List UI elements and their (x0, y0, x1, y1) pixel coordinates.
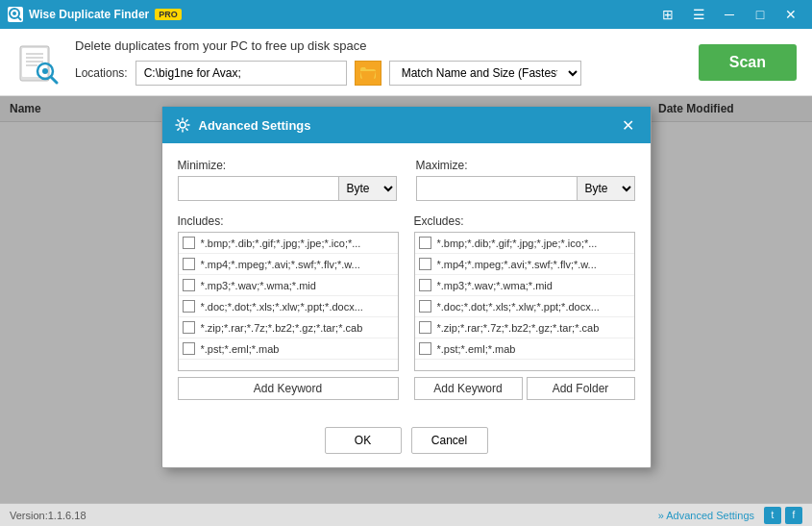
list-item[interactable]: *.bmp;*.dib;*.gif;*.jpg;*.jpe;*.ico;*... (179, 233, 398, 254)
header-icon (15, 39, 62, 86)
file-item-text: *.pst;*.eml;*.mab (201, 343, 280, 355)
list-item[interactable]: *.pst;*.eml;*.mab (179, 338, 398, 360)
list-item[interactable]: *.zip;*.rar;*.7z;*.bz2;*.gz;*.tar;*.cab (179, 317, 398, 338)
modal-title-row: Advanced Settings (174, 116, 311, 134)
list-item[interactable]: *.mp3;*.wav;*.wma;*.mid (179, 275, 398, 296)
advanced-settings-modal: Advanced Settings ✕ Minimize: Byte KB (161, 106, 652, 468)
maximize-label: Maximize: (416, 159, 635, 172)
modal-close-button[interactable]: ✕ (618, 114, 639, 136)
header-row: Locations: Match Name and Size (Fastest)… (75, 61, 677, 86)
file-item-text: *.mp3;*.wav;*.wma;*.mid (201, 280, 316, 291)
excludes-label: Excludes: (414, 214, 635, 228)
list-item[interactable]: *.mp3;*.wav;*.wma;*.mid (415, 275, 634, 296)
minimize-group: Minimize: Byte KB MB GB (178, 159, 397, 201)
maximize-input[interactable] (417, 177, 577, 200)
main-content: Name Date Modified Advanced Settings ✕ (0, 96, 812, 503)
file-item-text: *.doc;*.dot;*.xls;*.xlw;*.ppt;*.docx... (201, 301, 363, 313)
checkbox[interactable] (183, 300, 195, 313)
file-item-text: *.zip;*.rar;*.7z;*.bz2;*.gz;*.tar;*.cab (201, 322, 363, 334)
advanced-settings-link[interactable]: » Advanced Settings (658, 510, 754, 521)
facebook-icon[interactable]: f (785, 507, 802, 524)
list-item[interactable]: *.doc;*.dot;*.xls;*.xlw;*.ppt;*.docx... (179, 296, 398, 317)
file-item-text: *.mp4;*.mpeg;*.avi;*.swf;*.flv;*.w... (201, 259, 360, 270)
file-item-text: *.bmp;*.dib;*.gif;*.jpg;*.jpe;*.ico;*... (201, 238, 361, 249)
status-bar: Version:1.1.6.18 » Advanced Settings t f (0, 503, 812, 526)
version-text: Version:1.1.6.18 (10, 510, 86, 521)
checkbox[interactable] (183, 279, 195, 291)
file-item-text: *.mp3;*.wav;*.wma;*.mid (437, 280, 553, 291)
file-item-text: *.doc;*.dot;*.xls;*.xlw;*.ppt;*.docx... (437, 301, 600, 313)
twitter-icon[interactable]: t (764, 507, 781, 524)
minimize-input[interactable] (179, 177, 338, 200)
checkbox[interactable] (183, 237, 195, 249)
cancel-button[interactable]: Cancel (411, 427, 488, 454)
checkbox[interactable] (419, 237, 431, 249)
maximize-unit-select[interactable]: Byte KB MB GB (577, 177, 634, 200)
app-title: Wise Duplicate Finder (29, 8, 149, 21)
includes-add-keyword-button[interactable]: Add Keyword (178, 377, 399, 400)
social-icons: t f (764, 507, 802, 524)
title-bar: Wise Duplicate Finder PRO ⊞ ☰ ─ □ ✕ (0, 0, 812, 29)
checkbox[interactable] (419, 279, 431, 291)
checkbox[interactable] (419, 258, 431, 270)
includes-list[interactable]: *.bmp;*.dib;*.gif;*.jpg;*.jpe;*.ico;*...… (178, 232, 399, 371)
list-item[interactable]: *.doc;*.dot;*.xls;*.xlw;*.ppt;*.docx... (415, 296, 634, 317)
minimize-unit-select[interactable]: Byte KB MB GB (338, 177, 396, 200)
maximize-button[interactable]: □ (747, 4, 774, 25)
menu-button[interactable]: ☰ (685, 4, 712, 25)
list-item[interactable]: *.mp4;*.mpeg;*.avi;*.swf;*.flv;*.w... (415, 254, 634, 275)
excludes-list[interactable]: *.bmp;*.dib;*.gif;*.jpg;*.jpe;*.ico;*...… (414, 232, 635, 371)
file-item-text: *.zip;*.rar;*.7z;*.bz2;*.gz;*.tar;*.cab (437, 322, 600, 334)
location-label: Locations: (75, 66, 128, 80)
location-input[interactable] (135, 61, 347, 86)
minimize-input-row: Byte KB MB GB (178, 176, 397, 201)
header-content: Delete duplicates from your PC to free u… (75, 38, 677, 86)
checkbox[interactable] (183, 321, 195, 334)
checkbox[interactable] (183, 258, 195, 270)
includes-col: Includes: *.bmp;*.dib;*.gif;*.jpg;*.jpe;… (178, 214, 399, 400)
list-item[interactable]: *.pst;*.eml;*.mab (415, 338, 634, 360)
excludes-add-keyword-button[interactable]: Add Keyword (414, 377, 523, 400)
folder-browse-button[interactable] (355, 61, 381, 86)
grid-button[interactable]: ⊞ (654, 4, 681, 25)
excludes-col: Excludes: *.bmp;*.dib;*.gif;*.jpg;*.jpe;… (414, 214, 635, 400)
header: Delete duplicates from your PC to free u… (0, 29, 812, 96)
excludes-buttons: Add Keyword Add Folder (414, 377, 635, 400)
svg-line-1 (18, 17, 22, 21)
file-item-text: *.bmp;*.dib;*.gif;*.jpg;*.jpe;*.ico;*... (437, 238, 598, 249)
minimize-button[interactable]: ─ (716, 4, 743, 25)
checkbox[interactable] (419, 321, 431, 334)
minmax-row: Minimize: Byte KB MB GB Maximiz (178, 159, 635, 201)
match-select[interactable]: Match Name and Size (Fastest) Match Cont… (389, 61, 581, 86)
svg-point-2 (12, 12, 16, 15)
settings-icon (174, 116, 191, 134)
title-bar-left: Wise Duplicate Finder PRO (8, 7, 182, 22)
svg-point-12 (180, 122, 185, 128)
app-icon (8, 7, 23, 22)
file-item-text: *.mp4;*.mpeg;*.avi;*.swf;*.flv;*.w... (437, 259, 597, 270)
maximize-group: Maximize: Byte KB MB GB (416, 159, 635, 201)
modal-header: Advanced Settings ✕ (162, 107, 651, 143)
scan-button[interactable]: Scan (699, 44, 797, 81)
pro-badge: PRO (155, 9, 182, 20)
list-item[interactable]: *.mp4;*.mpeg;*.avi;*.swf;*.flv;*.w... (179, 254, 398, 275)
close-button[interactable]: ✕ (777, 4, 804, 25)
checkbox[interactable] (419, 342, 431, 355)
excludes-add-folder-button[interactable]: Add Folder (527, 377, 635, 400)
header-description: Delete duplicates from your PC to free u… (75, 38, 677, 53)
maximize-input-row: Byte KB MB GB (416, 176, 635, 201)
svg-point-11 (42, 68, 48, 74)
file-item-text: *.pst;*.eml;*.mab (437, 343, 516, 355)
minimize-label: Minimize: (178, 159, 397, 172)
ok-button[interactable]: OK (325, 427, 402, 454)
includes-label: Includes: (178, 214, 399, 228)
includes-excludes-row: Includes: *.bmp;*.dib;*.gif;*.jpg;*.jpe;… (178, 214, 635, 400)
checkbox[interactable] (419, 300, 431, 313)
list-item[interactable]: *.bmp;*.dib;*.gif;*.jpg;*.jpe;*.ico;*... (415, 233, 634, 254)
modal-footer: OK Cancel (162, 415, 651, 467)
checkbox[interactable] (183, 342, 195, 355)
modal-overlay: Advanced Settings ✕ Minimize: Byte KB (0, 96, 812, 503)
list-item[interactable]: *.zip;*.rar;*.7z;*.bz2;*.gz;*.tar;*.cab (415, 317, 634, 338)
svg-line-10 (51, 77, 57, 83)
modal-body: Minimize: Byte KB MB GB Maximiz (162, 143, 651, 415)
